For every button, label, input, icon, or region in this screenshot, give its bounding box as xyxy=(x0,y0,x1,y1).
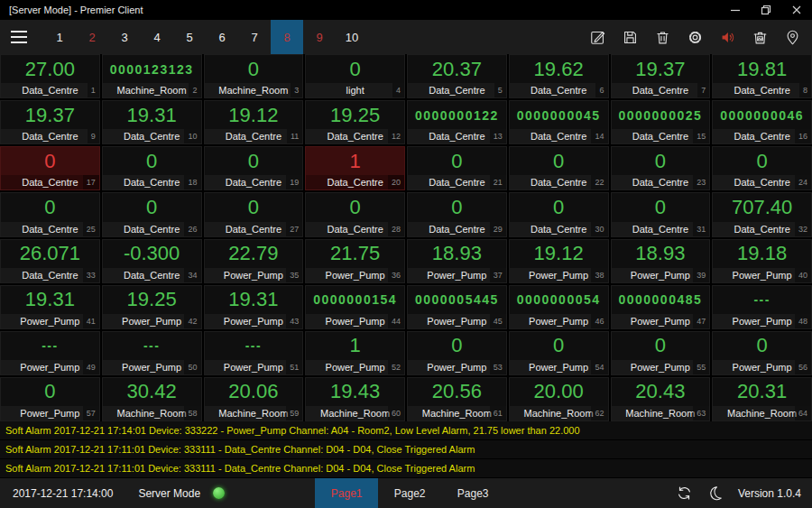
toolbar-page-5[interactable]: 5 xyxy=(173,20,206,54)
grid-cell[interactable]: 0Power_Pump56 xyxy=(712,331,812,375)
sound-button[interactable] xyxy=(711,20,743,54)
grid-cell[interactable]: 0Data_Centre25 xyxy=(0,192,100,236)
settings-button[interactable] xyxy=(678,20,711,54)
grid-cell[interactable]: 19.43Machine_Room60 xyxy=(305,377,405,421)
grid-cell[interactable]: 0Data_Centre18 xyxy=(102,146,202,190)
location-button[interactable] xyxy=(776,20,808,54)
grid-cell[interactable]: 19.31Power_Pump41 xyxy=(0,285,100,329)
grid-cell[interactable]: 19.81Data_Centre8 xyxy=(712,54,812,98)
minimize-button[interactable] xyxy=(720,0,751,20)
grid-cell[interactable]: 1Data_Centre20 xyxy=(305,146,405,190)
grid-cell[interactable]: 0Data_Centre22 xyxy=(509,146,609,190)
grid-cell[interactable]: 20.56Machine_Room61 xyxy=(407,377,507,421)
cell-label: Power_Pump xyxy=(427,360,486,374)
grid-cell[interactable]: 19.37Data_Centre7 xyxy=(611,54,711,98)
grid-cell[interactable]: ---Power_Pump50 xyxy=(102,331,202,375)
grid-cell[interactable]: 0Machine_Room3 xyxy=(204,54,304,98)
menu-button[interactable] xyxy=(0,20,38,54)
save-button[interactable] xyxy=(614,20,646,54)
grid-cell[interactable]: 0Data_Centre24 xyxy=(712,146,812,190)
grid-cell[interactable]: 0Data_Centre21 xyxy=(407,146,507,190)
grid-cell[interactable]: 20.31Machine_Room64 xyxy=(712,377,812,421)
cell-index: 25 xyxy=(83,222,99,236)
grid-cell[interactable]: 0000000025Data_Centre15 xyxy=(611,100,711,144)
cell-value: 0 xyxy=(408,193,506,221)
grid-cell[interactable]: 19.62Data_Centre6 xyxy=(509,54,609,98)
grid-cell[interactable]: 19.37Data_Centre9 xyxy=(0,100,100,144)
grid-cell[interactable]: 19.12Data_Centre11 xyxy=(204,100,304,144)
maximize-button[interactable] xyxy=(751,0,781,20)
grid-cell[interactable]: 0000000045Data_Centre14 xyxy=(509,100,609,144)
grid-cell[interactable]: 0000000485Power_Pump47 xyxy=(611,285,711,329)
status-tab-page1[interactable]: Page1 xyxy=(315,478,378,508)
clear-bin-button[interactable] xyxy=(743,20,776,54)
grid-cell[interactable]: 0Data_Centre30 xyxy=(509,192,609,236)
grid-cell[interactable]: 0Data_Centre17 xyxy=(0,146,100,190)
alarm-row[interactable]: Soft Alarm 2017-12-21 17:11:01 Device: 3… xyxy=(0,459,812,478)
grid-cell[interactable]: 0light4 xyxy=(305,54,405,98)
status-tab-page2[interactable]: Page2 xyxy=(378,478,441,508)
toolbar-page-2[interactable]: 2 xyxy=(76,20,108,54)
settings-icon xyxy=(687,29,704,46)
grid-cell[interactable]: 0Data_Centre19 xyxy=(204,146,304,190)
grid-cell[interactable]: 20.37Data_Centre5 xyxy=(407,54,507,98)
grid-cell[interactable]: 18.93Power_Pump39 xyxy=(611,239,711,283)
grid-cell[interactable]: 0Power_Pump55 xyxy=(611,331,711,375)
grid-cell[interactable]: 0000000154Power_Pump44 xyxy=(305,285,405,329)
close-button[interactable] xyxy=(781,0,812,20)
grid-cell[interactable]: 20.00Machine_Room62 xyxy=(509,377,609,421)
toolbar-page-6[interactable]: 6 xyxy=(206,20,238,54)
grid-cell[interactable]: 0000123123Machine_Room2 xyxy=(102,54,202,98)
cell-footer: Machine_Room58 xyxy=(103,406,201,420)
grid-cell[interactable]: ---Power_Pump48 xyxy=(712,285,812,329)
grid-cell[interactable]: 20.43Machine_Room63 xyxy=(611,377,711,421)
alarm-row[interactable]: Soft Alarm 2017-12-21 17:14:01 Device: 3… xyxy=(0,421,812,440)
grid-cell[interactable]: 0000000046Data_Centre16 xyxy=(712,100,812,144)
grid-cell[interactable]: 19.25Power_Pump42 xyxy=(102,285,202,329)
grid-cell[interactable]: 1Power_Pump52 xyxy=(305,331,405,375)
grid-cell[interactable]: 0000000122Data_Centre13 xyxy=(407,100,507,144)
grid-cell[interactable]: 18.93Power_Pump37 xyxy=(407,239,507,283)
grid-cell[interactable]: 0Data_Centre28 xyxy=(305,192,405,236)
grid-cell[interactable]: 30.42Machine_Room58 xyxy=(102,377,202,421)
grid-cell[interactable]: 26.071Data_Centre33 xyxy=(0,239,100,283)
grid-cell[interactable]: 0000005445Power_Pump45 xyxy=(407,285,507,329)
grid-cell[interactable]: 0Power_Pump57 xyxy=(0,377,100,421)
toolbar: 12345678910 xyxy=(0,20,812,54)
toolbar-page-1[interactable]: 1 xyxy=(43,20,76,54)
edit-button[interactable] xyxy=(581,20,614,54)
grid-cell[interactable]: 22.79Power_Pump35 xyxy=(204,239,304,283)
toolbar-page-9[interactable]: 9 xyxy=(303,20,336,54)
grid-cell[interactable]: ---Power_Pump51 xyxy=(204,331,304,375)
cell-label: Data_Centre xyxy=(327,129,383,143)
toolbar-page-8[interactable]: 8 xyxy=(271,20,303,54)
alarm-row[interactable]: Soft Alarm 2017-12-21 17:11:01 Device: 3… xyxy=(0,440,812,459)
grid-cell[interactable]: 0Data_Centre31 xyxy=(611,192,711,236)
grid-cell[interactable]: 707.40Data_Centre32 xyxy=(712,192,812,236)
grid-cell[interactable]: ---Power_Pump49 xyxy=(0,331,100,375)
grid-cell[interactable]: -0.300Data_Centre34 xyxy=(102,239,202,283)
toolbar-page-7[interactable]: 7 xyxy=(238,20,271,54)
grid-cell[interactable]: 19.18Power_Pump40 xyxy=(712,239,812,283)
toolbar-page-4[interactable]: 4 xyxy=(141,20,173,54)
status-tab-page3[interactable]: Page3 xyxy=(441,478,504,508)
grid-cell[interactable]: 21.75Power_Pump36 xyxy=(305,239,405,283)
toolbar-page-10[interactable]: 10 xyxy=(336,20,368,54)
sync-button[interactable] xyxy=(669,478,700,508)
night-mode-button[interactable] xyxy=(700,478,731,508)
grid-cell[interactable]: 19.31Data_Centre10 xyxy=(102,100,202,144)
grid-cell[interactable]: 19.31Power_Pump43 xyxy=(204,285,304,329)
grid-cell[interactable]: 0Data_Centre26 xyxy=(102,192,202,236)
grid-cell[interactable]: 0Power_Pump53 xyxy=(407,331,507,375)
toolbar-page-3[interactable]: 3 xyxy=(108,20,141,54)
delete-button[interactable] xyxy=(646,20,678,54)
grid-cell[interactable]: 0Power_Pump54 xyxy=(509,331,609,375)
grid-cell[interactable]: 20.06Machine_Room59 xyxy=(204,377,304,421)
grid-cell[interactable]: 0Data_Centre27 xyxy=(204,192,304,236)
grid-cell[interactable]: 0000000054Power_Pump46 xyxy=(509,285,609,329)
grid-cell[interactable]: 19.25Data_Centre12 xyxy=(305,100,405,144)
grid-cell[interactable]: 0Data_Centre29 xyxy=(407,192,507,236)
grid-cell[interactable]: 19.12Power_Pump38 xyxy=(509,239,609,283)
grid-cell[interactable]: 27.00Data_Centre1 xyxy=(0,54,100,98)
grid-cell[interactable]: 0Data_Centre23 xyxy=(611,146,711,190)
